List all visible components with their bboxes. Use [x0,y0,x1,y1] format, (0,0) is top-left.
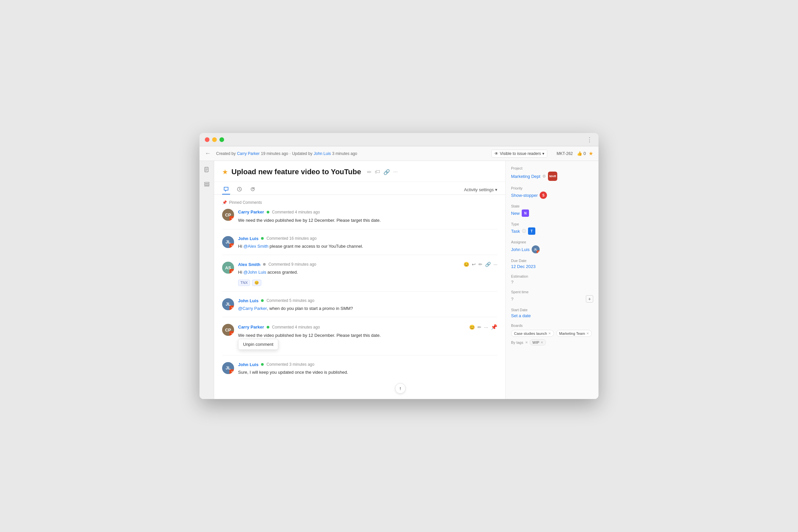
comment-actions: 😊 ↩ ✏ 🔗 ··· [463,262,497,267]
comment-header: Alex Smith Commented 9 minutes ago 😊 ↩ ✏… [238,262,497,267]
online-indicator [263,263,266,266]
comments-area[interactable]: 📌 Pinned Comments CP T Carry Parker [214,195,506,399]
comment-item: CP T Carry Parker Commented 4 minutes ag… [222,209,497,229]
mention[interactable]: @John Luis [243,270,266,274]
priority-badge: S [540,191,547,199]
unpin-comment-tooltip[interactable]: Unpin comment [238,339,278,350]
board-tag-remove-icon[interactable]: × [548,331,551,336]
tab-comments[interactable] [222,185,230,194]
tab-activity[interactable] [249,185,257,194]
star-button[interactable]: ★ [589,150,593,157]
emoji-reactions: TNX 😊 [238,278,497,286]
star-favorite-icon[interactable]: ★ [222,168,228,176]
comment-body: John Luis Commented 5 minutes ago @Carry… [238,298,497,312]
by-tags-remove-icon[interactable]: × [525,340,528,344]
spent-time-value[interactable]: ? [511,297,513,302]
back-button[interactable]: ← [205,150,211,157]
online-indicator [267,211,269,213]
more-comment-icon[interactable]: ··· [484,324,488,330]
add-spent-time-button[interactable]: + [586,295,593,303]
label-icon[interactable]: 🏷 [375,169,380,175]
activity-settings-button[interactable]: Activity settings ▾ [464,187,497,192]
boards-list: Case studies launch × Marketing Team × [511,329,593,338]
due-date-label: Due Date [511,259,593,263]
start-date-value[interactable]: Set a date [511,313,593,318]
comment-header: Carry Parker Commented 4 minutes ago 📌 [238,209,497,215]
comment-item: JL T John Luis Commented 5 minutes ago @… [222,298,497,318]
link-icon[interactable]: 🔗 [383,169,390,175]
edit-title-icon[interactable]: ✏ [367,169,372,175]
spent-time-label: Spent time [511,290,593,294]
attach-action-icon[interactable]: 🔗 [485,262,491,267]
priority-value[interactable]: Show-stopper S [511,191,593,199]
unpin-tooltip-wrapper: Unpin comment [238,341,497,350]
type-value[interactable]: Task ⓘ T [511,227,593,235]
state-value[interactable]: New N [511,209,593,217]
project-value[interactable]: Marketing Dept ⚙ MAR [511,172,593,181]
reply-action-icon[interactable]: ↩ [472,262,476,267]
emoji-reaction-smile[interactable]: 😊 [252,280,261,286]
emoji-reaction-tnx[interactable]: TNX [238,280,250,286]
tab-history[interactable] [235,185,243,194]
edit-comment-icon[interactable]: ✏ [477,324,481,330]
comment-item: JL T John Luis Commented 3 minutes ago S… [222,362,497,381]
updated-time: 3 minutes ago [332,151,357,156]
comment-author[interactable]: Carry Parker [238,209,264,214]
mention[interactable]: @Alex Smith [243,244,268,249]
comment-author[interactable]: John Luis [238,298,258,303]
board-tag-label: Case studies launch [514,331,547,336]
tag-label: WIP [532,341,539,344]
emoji-text: TNX [241,281,248,285]
created-author-link[interactable]: Carry Parker [237,151,260,156]
assignee-avatar-badge: T [537,250,540,253]
comment-body: Carry Parker Commented 4 minutes ago 📌 W… [238,209,497,224]
board-tag-marketing-team[interactable]: Marketing Team × [556,330,592,337]
emoji-comment-icon[interactable]: 😊 [469,324,475,330]
scroll-to-top-button[interactable]: ↑ [395,383,406,394]
updated-author-link[interactable]: John Luis [314,151,331,156]
mention[interactable]: @Carry Parker [238,306,267,311]
avatar: JL T [222,236,234,248]
avatar-badge: T [229,331,234,336]
close-button[interactable] [205,137,209,142]
thumbs-up-icon: 👍 [577,151,582,156]
sidebar-list-icon[interactable] [202,179,211,189]
titlebar-menu-icon[interactable]: ⋮ [587,136,593,143]
tag-wip[interactable]: WIP × [530,339,546,345]
sidebar-page-icon[interactable] [202,165,211,174]
sidebar-due-date-field: Due Date 12 Dec 2023 [511,259,593,269]
comment-author[interactable]: John Luis [238,362,258,367]
topbar-meta: Created by Carry Parker 19 minutes ago ·… [216,151,357,156]
edit-action-icon[interactable]: ✏ [478,262,482,267]
assignee-value[interactable]: John Luis JL T [511,245,593,253]
emoji-icon: 😊 [254,281,259,285]
avatar: JL T [222,362,234,374]
comment-author[interactable]: John Luis [238,236,258,241]
assignee-label: Assignee [511,240,593,244]
minimize-button[interactable] [212,137,217,142]
pin-button[interactable]: 📌 [491,209,497,215]
due-date-value[interactable]: 12 Dec 2023 [511,264,593,269]
comment-author[interactable]: Carry Parker [238,324,264,329]
type-info-icon[interactable]: ⓘ [522,228,526,234]
comment-time: Commented 4 minutes ago [272,325,320,329]
more-action-icon[interactable]: ··· [493,262,497,267]
emoji-action-icon[interactable]: 😊 [463,262,469,267]
more-title-icon[interactable]: ··· [393,169,398,175]
comment-author[interactable]: Alex Smith [238,262,260,267]
topbar: ← Created by Carry Parker 19 minutes ago… [200,146,598,161]
project-settings-icon[interactable]: ⚙ [542,174,546,178]
board-tag-remove-icon[interactable]: × [587,331,589,336]
estimation-value[interactable]: ? [511,280,593,285]
board-tag-case-studies[interactable]: Case studies launch × [511,330,554,337]
visibility-dropdown[interactable]: 👁 Visible to issue readers ▾ [491,150,547,158]
like-button[interactable]: 👍 0 [577,151,586,156]
by-tags-row: By tags × WIP × [511,339,593,345]
tag-remove-icon[interactable]: × [540,340,543,344]
pin-button[interactable]: 📌 [491,324,497,330]
sidebar-estimation-field: Estimation ? [511,274,593,285]
maximize-button[interactable] [220,137,224,142]
separator: · [290,151,291,156]
pin-section-icon: 📌 [222,200,227,205]
issue-header: ★ Upload new feature video to YouTube ✏ … [214,161,506,182]
